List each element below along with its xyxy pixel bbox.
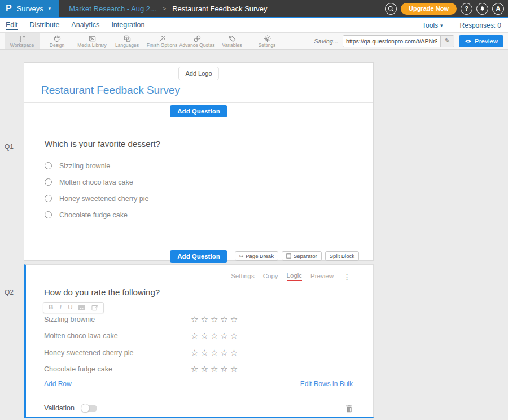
help-button[interactable]: ?: [461, 3, 472, 15]
responses-count[interactable]: Responses: 0: [460, 21, 501, 29]
bold-button[interactable]: B: [49, 304, 53, 311]
add-logo-button[interactable]: Add Logo: [178, 67, 218, 80]
toolbar-item-settings[interactable]: Settings: [249, 33, 284, 49]
toolbar-item-media-library[interactable]: Media Library: [75, 33, 110, 49]
surveys-menu[interactable]: P Surveys ▾: [0, 0, 59, 17]
star-icon[interactable]: ☆: [200, 364, 210, 374]
option-label[interactable]: Honey sweetened cherry pie: [59, 195, 148, 203]
radio-button[interactable]: [45, 178, 52, 186]
star-icon[interactable]: ☆: [220, 314, 230, 324]
question-settings-button[interactable]: Settings: [231, 273, 255, 281]
breadcrumb-survey-name[interactable]: Restaurant Feedback Survey: [172, 5, 267, 13]
split-block-button[interactable]: Split Block: [325, 251, 359, 261]
question-2-text[interactable]: How do you rate the following?: [44, 287, 160, 297]
validation-row: Validation: [44, 402, 353, 414]
more-options-icon[interactable]: ⋮: [343, 273, 351, 281]
row-label[interactable]: Molten choco lava cake: [44, 332, 118, 340]
underline-button[interactable]: U: [68, 304, 72, 311]
star-icon[interactable]: ☆: [211, 364, 220, 374]
saving-status: Saving...: [314, 38, 338, 45]
tools-menu[interactable]: Tools ▾: [422, 21, 443, 29]
star-icon[interactable]: ☆: [200, 348, 210, 357]
validation-toggle[interactable]: [81, 405, 97, 412]
star-rating[interactable]: ☆☆☆☆☆: [191, 348, 240, 358]
star-icon[interactable]: ☆: [230, 314, 240, 324]
option-row[interactable]: Honey sweetened cherry pie: [45, 190, 148, 207]
image-icon: [88, 34, 97, 43]
option-row[interactable]: Sizzling brownie: [45, 158, 148, 174]
page-break-button[interactable]: ✂ Page Break: [235, 251, 278, 261]
question-logic-button[interactable]: Logic: [287, 272, 303, 281]
question-copy-button[interactable]: Copy: [263, 273, 278, 281]
toolbar-item-finish-options[interactable]: Finish Options: [144, 33, 179, 49]
star-icon[interactable]: ☆: [220, 331, 230, 340]
add-question-button-top[interactable]: Add Question: [170, 105, 227, 117]
option-label[interactable]: Sizzling brownie: [59, 162, 110, 170]
star-icon[interactable]: ☆: [200, 331, 210, 340]
row-label[interactable]: Sizzling brownie: [44, 316, 95, 323]
delete-question-icon[interactable]: [345, 404, 353, 413]
avatar[interactable]: A: [492, 3, 504, 15]
star-icon[interactable]: ☆: [220, 348, 230, 357]
tab-analytics[interactable]: Analytics: [71, 21, 99, 30]
separator-button[interactable]: Separator: [282, 251, 322, 261]
star-icon[interactable]: ☆: [211, 314, 220, 324]
star-icon[interactable]: ☆: [230, 331, 240, 340]
toolbar-item-workspace[interactable]: Workspace: [5, 33, 40, 49]
star-icon[interactable]: ☆: [191, 314, 200, 324]
star-icon[interactable]: ☆: [230, 348, 240, 357]
toolbar-item-languages[interactable]: A Languages: [110, 33, 144, 49]
open-editor-button[interactable]: [91, 304, 98, 311]
radio-button[interactable]: [45, 211, 52, 218]
option-row[interactable]: Molten choco lava cake: [45, 174, 148, 190]
preview-button[interactable]: Preview: [459, 35, 503, 47]
star-icon[interactable]: ☆: [191, 364, 200, 374]
breadcrumb: Market Research - Aug 2... > Restaurant …: [69, 5, 267, 13]
star-rating[interactable]: ☆☆☆☆☆: [191, 331, 240, 341]
radio-button[interactable]: [45, 195, 52, 202]
star-icon[interactable]: ☆: [191, 331, 200, 340]
star-icon[interactable]: ☆: [230, 364, 240, 374]
row-label[interactable]: Honey sweetened cherry pie: [44, 349, 133, 357]
notifications-button[interactable]: [476, 3, 488, 15]
star-icon[interactable]: ☆: [211, 348, 220, 357]
insert-image-button[interactable]: [78, 305, 85, 310]
survey-url-box: ✎: [343, 35, 454, 47]
star-rating[interactable]: ☆☆☆☆☆: [191, 314, 240, 325]
star-icon[interactable]: ☆: [191, 348, 200, 357]
star-icon[interactable]: ☆: [211, 331, 220, 340]
tab-integration[interactable]: Integration: [111, 21, 144, 30]
star-icon[interactable]: ☆: [220, 364, 230, 374]
tab-edit[interactable]: Edit: [6, 21, 18, 30]
star-rating[interactable]: ☆☆☆☆☆: [191, 364, 240, 374]
option-label[interactable]: Chocolate fudge cake: [59, 211, 128, 219]
chevron-down-icon: ▾: [440, 23, 443, 28]
search-button[interactable]: [385, 3, 397, 15]
edit-url-button[interactable]: ✎: [440, 36, 454, 47]
italic-button[interactable]: I: [59, 304, 62, 311]
row-label[interactable]: Chocolate fudge cake: [44, 365, 112, 373]
option-label[interactable]: Molten choco lava cake: [59, 178, 133, 186]
upgrade-now-button[interactable]: Upgrade Now: [401, 3, 457, 15]
toolbar-item-advance-quotas[interactable]: Advance Quotas: [179, 33, 214, 49]
rating-row: Chocolate fudge cake ☆☆☆☆☆: [26, 361, 373, 378]
question-1-text[interactable]: Which is your favorite dessert?: [45, 139, 160, 148]
edit-rows-in-bulk-link[interactable]: Edit Rows in Bulk: [300, 380, 353, 388]
tab-distribute[interactable]: Distribute: [30, 21, 60, 30]
question-title-underline: [43, 300, 366, 300]
add-question-button-bottom[interactable]: Add Question: [170, 250, 227, 262]
survey-url-input[interactable]: [343, 36, 440, 47]
question-preview-button[interactable]: Preview: [310, 273, 334, 281]
breadcrumb-folder[interactable]: Market Research - Aug 2...: [69, 5, 156, 13]
toolbar-item-design[interactable]: Design: [40, 33, 75, 49]
eye-icon: [465, 38, 472, 44]
add-row-link[interactable]: Add Row: [44, 380, 72, 388]
survey-title[interactable]: Restaurant Feedback Survey: [41, 84, 180, 97]
toolbar-item-variables[interactable]: Variables: [214, 33, 249, 49]
option-row[interactable]: Chocolate fudge cake: [45, 207, 148, 223]
rating-rows: Sizzling brownie ☆☆☆☆☆ Molten choco lava…: [26, 311, 373, 378]
question-2-card: Settings Copy Logic Preview ⋮ How do you…: [24, 264, 374, 418]
star-icon[interactable]: ☆: [200, 314, 210, 324]
question-1-options: Sizzling brownie Molten choco lava cake …: [45, 158, 148, 223]
radio-button[interactable]: [45, 162, 52, 169]
